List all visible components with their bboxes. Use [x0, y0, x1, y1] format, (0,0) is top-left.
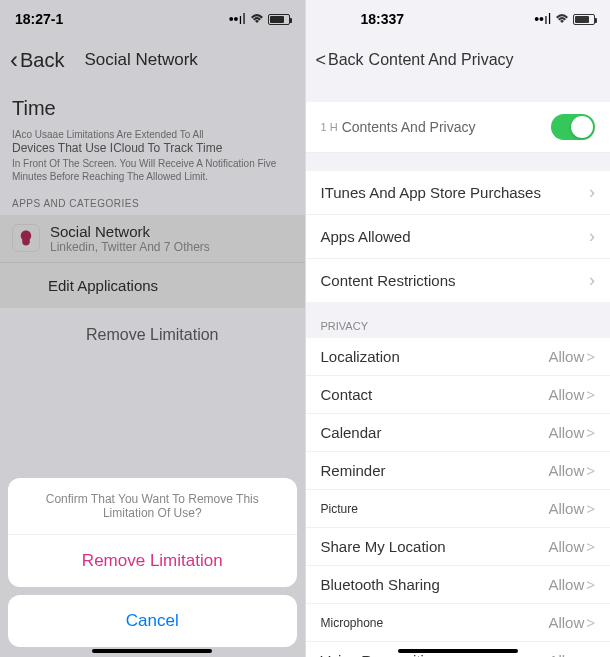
section-label-apps: APPS AND CATEGORIES: [0, 198, 305, 215]
row-value: Allow >: [548, 538, 595, 555]
social-network-icon: [12, 224, 40, 252]
chevron-right-icon: ›: [589, 270, 595, 291]
signal-icon: ••ıl: [229, 11, 246, 27]
row-label: Picture: [321, 502, 358, 516]
privacy-row-contact[interactable]: ContactAllow >: [306, 376, 611, 414]
privacy-row-bluetooth-sharing[interactable]: Bluetooth SharingAllow >: [306, 566, 611, 604]
privacy-row-microphone[interactable]: MicrophoneAllow >: [306, 604, 611, 642]
row-value: Allow >: [548, 348, 595, 365]
row-value: Allow >: [548, 614, 595, 631]
privacy-row-calendar[interactable]: CalendarAllow >: [306, 414, 611, 452]
chevron-left-icon: ‹: [10, 46, 18, 74]
app-subtitle: Linkedin, Twitter And 7 Others: [50, 240, 210, 254]
remove-limitation-button[interactable]: Remove Limitation: [8, 535, 297, 587]
privacy-list: LocalizationAllow >ContactAllow >Calenda…: [306, 338, 611, 657]
left-phone-screen: 18:27-1 ••ıl ‹ Back Social Network Time …: [0, 0, 306, 657]
row-value: Allow >: [548, 500, 595, 517]
home-indicator[interactable]: [92, 649, 212, 653]
row-label: Localization: [321, 348, 400, 365]
remove-limitation-link[interactable]: Remove Limitation: [0, 308, 305, 362]
row-label: Share My Location: [321, 538, 446, 555]
app-name: Social Network: [50, 223, 210, 240]
nav-bar: ‹ Back Social Network: [0, 38, 305, 82]
chevron-left-icon: <: [316, 50, 327, 71]
status-bar: 18:337 ••ıl: [306, 0, 611, 38]
back-button[interactable]: ‹ Back: [10, 46, 64, 74]
action-sheet-message: Confirm That You Want To Remove This Lim…: [8, 478, 297, 535]
cancel-button[interactable]: Cancel: [8, 595, 297, 647]
back-label: Back: [328, 51, 364, 69]
chevron-right-icon: >: [586, 386, 595, 403]
row-value: Allow >: [548, 576, 595, 593]
status-time: 18:27-1: [15, 11, 63, 27]
status-indicators: ••ıl: [534, 11, 595, 27]
chevron-right-icon: >: [586, 424, 595, 441]
wifi-icon: [555, 11, 569, 27]
chevron-right-icon: >: [586, 462, 595, 479]
row-value: Allow >: [548, 652, 595, 657]
row-label: Apps Allowed: [321, 228, 411, 245]
back-button[interactable]: < Back: [316, 50, 364, 71]
content-restrictions-row[interactable]: Content Restrictions ›: [306, 259, 611, 302]
app-category-row[interactable]: Social Network Linkedin, Twitter And 7 O…: [0, 215, 305, 262]
right-phone-screen: 18:337 ••ıl < Back Content And Privacy 1…: [306, 0, 611, 657]
app-info: Social Network Linkedin, Twitter And 7 O…: [50, 223, 210, 254]
wifi-icon: [250, 11, 264, 27]
privacy-row-share-my-location[interactable]: Share My LocationAllow >: [306, 528, 611, 566]
apps-allowed-row[interactable]: Apps Allowed ›: [306, 215, 611, 259]
content-area: 1 H Contents And Privacy ITunes And App …: [306, 82, 611, 657]
time-header: Time: [0, 97, 305, 128]
row-label: Microphone: [321, 616, 384, 630]
privacy-row-reminder[interactable]: ReminderAllow >: [306, 452, 611, 490]
battery-icon: [573, 14, 595, 25]
row-label: Bluetooth Sharing: [321, 576, 440, 593]
chevron-right-icon: ›: [589, 182, 595, 203]
home-indicator[interactable]: [398, 649, 518, 653]
itunes-purchases-row[interactable]: ITunes And App Store Purchases ›: [306, 171, 611, 215]
status-indicators: ••ıl: [229, 11, 290, 27]
row-label: Calendar: [321, 424, 382, 441]
privacy-section-label: PRIVACY: [306, 302, 611, 338]
chevron-right-icon: ›: [589, 226, 595, 247]
signal-icon: ••ıl: [534, 11, 551, 27]
row-label: Content Restrictions: [321, 272, 456, 289]
toggle-prefix: 1 H: [321, 121, 338, 133]
action-sheet: Confirm That You Want To Remove This Lim…: [8, 478, 297, 647]
privacy-row-localization[interactable]: LocalizationAllow >: [306, 338, 611, 376]
time-description: IAco Usaae Limitations Are Extended To A…: [0, 128, 305, 198]
edit-applications-button[interactable]: Edit Applications: [0, 262, 305, 308]
settings-list: ITunes And App Store Purchases › Apps Al…: [306, 171, 611, 302]
row-label: ITunes And App Store Purchases: [321, 184, 541, 201]
privacy-row-picture[interactable]: PictureAllow >: [306, 490, 611, 528]
nav-title: Social Network: [84, 50, 197, 70]
row-value: Allow >: [548, 462, 595, 479]
battery-icon: [268, 14, 290, 25]
row-label: Contact: [321, 386, 373, 403]
chevron-right-icon: >: [586, 500, 595, 517]
nav-title: Content And Privacy: [369, 51, 514, 69]
status-bar: 18:27-1 ••ıl: [0, 0, 305, 38]
chevron-right-icon: >: [586, 614, 595, 631]
row-value: Allow >: [548, 424, 595, 441]
row-value: Allow >: [548, 386, 595, 403]
chevron-right-icon: >: [586, 576, 595, 593]
row-label: Reminder: [321, 462, 386, 479]
chevron-right-icon: >: [586, 652, 595, 657]
status-time: 18:337: [361, 11, 405, 27]
chevron-right-icon: >: [586, 538, 595, 555]
chevron-right-icon: >: [586, 348, 595, 365]
contents-privacy-toggle-row: 1 H Contents And Privacy: [306, 102, 611, 153]
toggle-label: Contents And Privacy: [342, 119, 551, 135]
nav-bar: < Back Content And Privacy: [306, 38, 611, 82]
action-sheet-card: Confirm That You Want To Remove This Lim…: [8, 478, 297, 587]
toggle-knob: [571, 116, 593, 138]
toggle-switch[interactable]: [551, 114, 595, 140]
back-label: Back: [20, 49, 64, 72]
